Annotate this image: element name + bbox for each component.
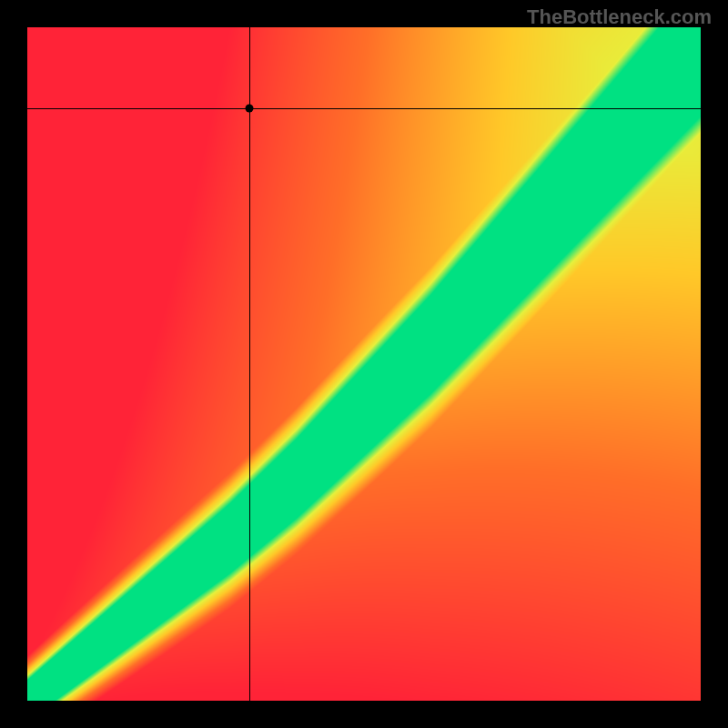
chart-container: TheBottleneck.com	[0, 0, 728, 728]
heatmap-canvas	[27, 27, 701, 701]
crosshair-horizontal	[27, 108, 701, 109]
marker-dot	[246, 104, 254, 112]
crosshair-vertical	[249, 27, 250, 701]
watermark-text: TheBottleneck.com	[527, 5, 712, 29]
plot-area	[27, 27, 701, 701]
